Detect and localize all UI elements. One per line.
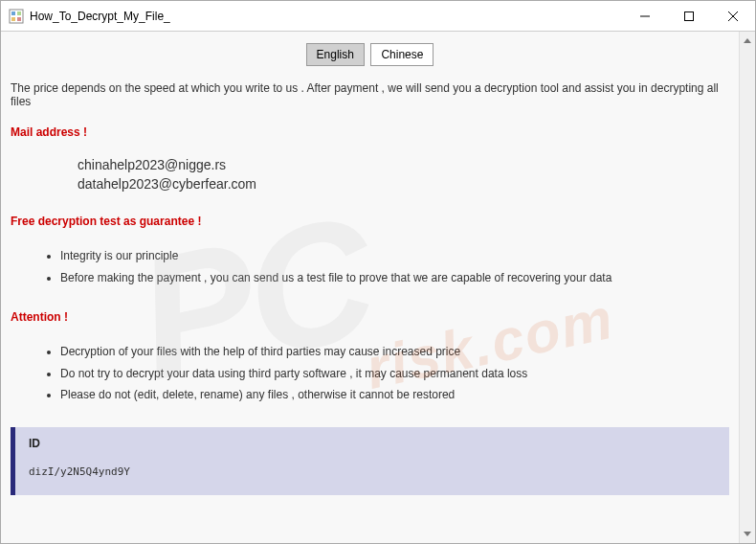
content-wrap: PC risk.com English Chinese The price de… <box>1 32 755 543</box>
guarantee-item: Before making the payment , you can send… <box>60 267 729 289</box>
app-icon <box>9 9 24 24</box>
english-button[interactable]: English <box>306 43 365 66</box>
intro-text: The price depends on the speed at which … <box>11 81 729 108</box>
scroll-up-icon[interactable] <box>741 34 755 48</box>
email-2: datahelp2023@cyberfear.com <box>78 175 729 194</box>
attention-heading: Attention ! <box>11 310 729 324</box>
svg-rect-1 <box>11 11 15 15</box>
attention-item: Do not try to decrypt your data using th… <box>60 363 729 385</box>
window-title: How_To_Decrypt_My_File_ <box>30 10 623 23</box>
chinese-button[interactable]: Chinese <box>370 43 434 66</box>
window-controls <box>623 1 755 31</box>
scroll-down-icon[interactable] <box>741 527 755 541</box>
attention-item: Please do not (edit, delete, rename) any… <box>60 384 729 406</box>
minimize-button[interactable] <box>623 1 667 31</box>
close-button[interactable] <box>711 1 755 31</box>
svg-marker-9 <box>744 38 751 43</box>
app-window: How_To_Decrypt_My_File_ PC risk.com Engl… <box>0 0 756 544</box>
email-1: chinahelp2023@nigge.rs <box>78 156 729 175</box>
id-box: ID dizI/y2N5Q4ynd9Y <box>11 427 729 495</box>
titlebar: How_To_Decrypt_My_File_ <box>1 1 755 32</box>
svg-rect-6 <box>685 11 694 20</box>
vertical-scrollbar[interactable] <box>739 32 755 543</box>
attention-list: Decryption of your files with the help o… <box>60 341 729 406</box>
content-area: PC risk.com English Chinese The price de… <box>1 32 739 543</box>
svg-marker-10 <box>744 532 751 536</box>
guarantee-heading: Free decryption test as guarantee ! <box>11 215 729 228</box>
guarantee-list: Integrity is our principle Before making… <box>60 245 729 289</box>
language-switcher: English Chinese <box>11 43 729 66</box>
guarantee-item: Integrity is our principle <box>60 245 729 267</box>
attention-item: Decryption of your files with the help o… <box>60 341 729 363</box>
id-value: dizI/y2N5Q4ynd9Y <box>29 465 716 478</box>
email-block: chinahelp2023@nigge.rs datahelp2023@cybe… <box>78 156 729 193</box>
maximize-button[interactable] <box>667 1 711 31</box>
mail-heading: Mail address ! <box>11 125 729 139</box>
id-label: ID <box>29 437 716 450</box>
svg-rect-4 <box>17 17 21 21</box>
svg-rect-2 <box>17 11 21 15</box>
svg-rect-3 <box>11 17 15 21</box>
